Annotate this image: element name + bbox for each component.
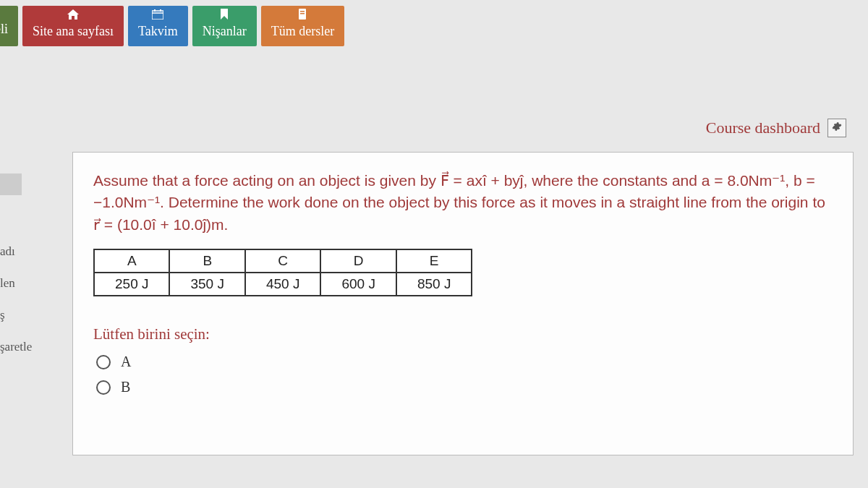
sidebar-placeholder bbox=[0, 174, 22, 195]
dashboard-row: Course dashboard bbox=[0, 61, 868, 152]
svg-rect-6 bbox=[300, 13, 305, 14]
sidebar-item[interactable]: şaretle bbox=[0, 340, 32, 354]
table-cell: 850 J bbox=[396, 273, 472, 296]
question-panel: Assume that a force acting on an object … bbox=[72, 152, 854, 455]
option-label: A bbox=[121, 354, 131, 370]
courses-icon bbox=[297, 9, 307, 22]
table-header-cell: B bbox=[169, 249, 244, 273]
nav-bookmarks-label: Nişanlar bbox=[203, 24, 247, 39]
nav-bookmarks-button[interactable]: Nişanlar bbox=[192, 6, 257, 46]
radio-button[interactable] bbox=[96, 355, 111, 369]
table-cell: 250 J bbox=[94, 273, 169, 296]
settings-button[interactable] bbox=[827, 119, 846, 137]
nav-allcourses-button[interactable]: Tüm dersler bbox=[261, 6, 344, 46]
calendar-icon bbox=[152, 9, 163, 22]
answer-table: A B C D E 250 J 350 J 450 J 600 J 850 J bbox=[93, 249, 472, 296]
radio-button[interactable] bbox=[96, 380, 111, 395]
table-header-cell: D bbox=[320, 249, 396, 273]
gear-icon bbox=[832, 121, 842, 134]
table-row: 250 J 350 J 450 J 600 J 850 J bbox=[94, 273, 472, 296]
nav-home-label: Site ana sayfası bbox=[33, 24, 114, 39]
choose-prompt: Lütfen birini seçin: bbox=[93, 325, 833, 343]
svg-rect-5 bbox=[300, 11, 305, 12]
bookmark-icon bbox=[220, 9, 229, 22]
question-text: Assume that a force acting on an object … bbox=[93, 170, 833, 236]
table-cell: 600 J bbox=[320, 273, 396, 296]
table-row: A B C D E bbox=[94, 249, 472, 273]
top-nav: neli Site ana sayfası Takvim Nişanlar Tü… bbox=[0, 0, 868, 61]
table-header-cell: A bbox=[94, 249, 169, 273]
sidebar-item[interactable]: adı bbox=[0, 244, 15, 259]
nav-calendar-button[interactable]: Takvim bbox=[128, 6, 188, 46]
option-row[interactable]: A bbox=[96, 354, 833, 370]
option-row[interactable]: B bbox=[96, 379, 833, 395]
course-dashboard-link[interactable]: Course dashboard bbox=[706, 119, 820, 137]
sidebar: adı len ş şaretle bbox=[0, 152, 43, 455]
nav-panel-label: neli bbox=[0, 22, 8, 37]
table-header-cell: E bbox=[396, 249, 472, 273]
nav-allcourses-label: Tüm dersler bbox=[271, 24, 334, 39]
svg-rect-0 bbox=[152, 11, 163, 20]
nav-home-button[interactable]: Site ana sayfası bbox=[22, 6, 124, 46]
sidebar-item[interactable]: len bbox=[0, 276, 15, 291]
option-label: B bbox=[121, 379, 130, 395]
svg-rect-3 bbox=[160, 9, 161, 12]
home-icon bbox=[67, 9, 79, 22]
nav-panel-button[interactable]: neli bbox=[0, 6, 18, 46]
table-header-cell: C bbox=[245, 249, 320, 273]
sidebar-item[interactable]: ş bbox=[0, 308, 5, 322]
table-cell: 450 J bbox=[245, 273, 320, 296]
table-cell: 350 J bbox=[169, 273, 244, 296]
svg-rect-2 bbox=[154, 9, 156, 12]
nav-calendar-label: Takvim bbox=[138, 24, 178, 39]
